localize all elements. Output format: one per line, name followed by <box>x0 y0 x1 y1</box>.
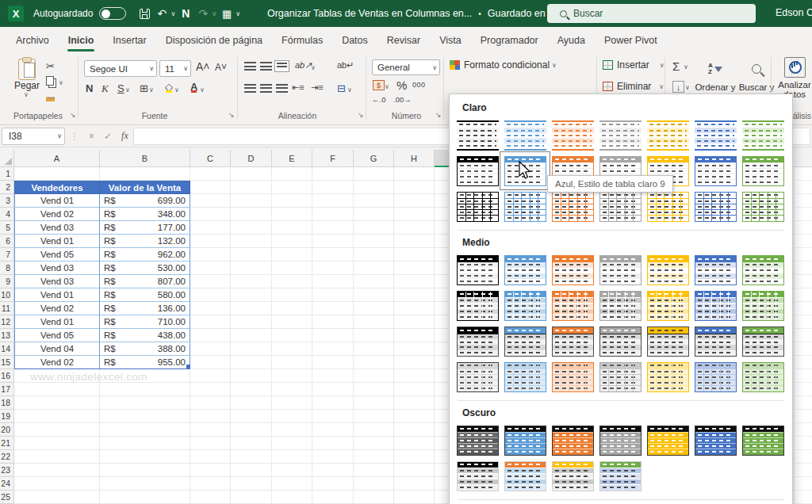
cell[interactable] <box>190 208 231 221</box>
cell[interactable] <box>312 275 354 288</box>
col-header-B[interactable]: B <box>100 150 190 167</box>
increase-indent-icon[interactable]: ⇥≡ <box>311 82 324 93</box>
cell[interactable] <box>394 194 435 208</box>
table-style-cell[interactable] <box>644 252 691 288</box>
autosum-chevron-icon[interactable]: ∨ <box>684 63 688 71</box>
cell[interactable] <box>272 477 312 491</box>
cell[interactable] <box>272 194 312 208</box>
table-style-cell[interactable] <box>549 323 596 359</box>
wrap-text-icon[interactable]: ab↵ <box>337 60 354 71</box>
row-header-11[interactable]: 11 <box>0 302 14 315</box>
table-style-thumbnail-m2:b1[interactable] <box>504 291 546 321</box>
orientation-chevron-icon[interactable]: ∨ <box>311 64 316 71</box>
comma-style-icon[interactable]: 000 <box>412 81 426 89</box>
table-style-cell[interactable] <box>501 288 549 323</box>
decrease-indent-icon[interactable]: ⇤≡ <box>292 82 304 93</box>
cell[interactable] <box>312 302 354 315</box>
cell[interactable] <box>354 167 394 181</box>
table-style-cell[interactable] <box>596 252 644 288</box>
font-color-icon[interactable]: A <box>190 81 197 93</box>
cell[interactable] <box>14 410 100 423</box>
row-header-1[interactable]: 1 <box>0 167 14 181</box>
cell[interactable] <box>394 235 435 248</box>
cell[interactable] <box>190 450 231 464</box>
cell[interactable] <box>100 477 190 491</box>
table-style-thumbnail-d1:y[interactable] <box>647 426 689 456</box>
tab-programador[interactable]: Programador <box>471 27 548 54</box>
cell[interactable] <box>354 437 394 450</box>
fill-color-chevron-icon[interactable]: ∨ <box>174 86 179 94</box>
table-style-cell[interactable] <box>691 422 739 458</box>
bold-button[interactable]: N <box>86 82 93 94</box>
cell[interactable] <box>190 342 231 356</box>
table-style-thumbnail-d1:o[interactable] <box>552 426 594 456</box>
table-style-thumbnail-l3:b1[interactable] <box>504 192 546 222</box>
row-header-4[interactable]: 4 <box>0 208 14 221</box>
table-style-cell[interactable] <box>644 323 691 359</box>
col-header-A[interactable]: A <box>14 150 100 167</box>
cell[interactable]: R$699.00 <box>100 194 190 208</box>
align-center-icon[interactable] <box>260 84 272 93</box>
table-style-thumbnail-l2:k[interactable] <box>457 156 499 186</box>
paste-button[interactable]: Pegar ∨ <box>10 59 44 98</box>
table-style-thumbnail-m3:o[interactable] <box>552 326 594 357</box>
tab-datos[interactable]: Datos <box>332 27 377 54</box>
table-style-cell[interactable] <box>739 252 787 288</box>
table-style-cell[interactable] <box>739 153 787 189</box>
table-style-cell[interactable] <box>739 288 787 323</box>
table-style-thumbnail-l2:b2[interactable] <box>695 156 737 186</box>
cell[interactable] <box>354 262 394 275</box>
cell[interactable] <box>231 194 272 208</box>
qat-dropdown-icon[interactable]: ∨ <box>236 10 240 17</box>
cell[interactable] <box>435 181 450 194</box>
table-style-thumbnail-d2:o-b1[interactable] <box>504 461 546 491</box>
cell[interactable] <box>272 410 312 423</box>
cell[interactable] <box>190 221 231 235</box>
table-style-thumbnail-m2:gr[interactable] <box>742 291 784 321</box>
col-header-H[interactable]: H <box>394 150 435 167</box>
cell[interactable] <box>435 167 450 181</box>
cell[interactable] <box>312 356 354 369</box>
cell[interactable] <box>435 329 450 342</box>
cell[interactable] <box>190 410 231 423</box>
orientation-icon[interactable]: ab↗ <box>295 60 312 71</box>
table-style-cell[interactable] <box>549 252 596 288</box>
cell[interactable] <box>190 181 231 194</box>
cell[interactable] <box>435 275 450 288</box>
table-style-cell[interactable] <box>596 117 644 153</box>
table-style-thumbnail-l1:g[interactable] <box>599 120 642 151</box>
cell[interactable]: R$807.00 <box>100 275 190 288</box>
row-header-23[interactable]: 23 <box>0 464 14 477</box>
bold-qat-button[interactable]: N <box>178 5 193 22</box>
cell[interactable] <box>231 464 272 477</box>
cell[interactable] <box>231 437 272 450</box>
cell[interactable] <box>354 248 394 262</box>
cell[interactable]: Vend 02 <box>14 208 100 221</box>
cell[interactable] <box>435 477 450 491</box>
col-header-C[interactable]: C <box>190 150 231 167</box>
table-style-cell[interactable] <box>644 359 691 395</box>
cell[interactable] <box>231 369 272 383</box>
accounting-chevron-icon[interactable]: ∨ <box>385 83 389 90</box>
font-dialog-launcher-icon[interactable]: ↘ <box>228 111 235 119</box>
cell[interactable] <box>312 450 354 464</box>
row-header-22[interactable]: 22 <box>0 450 14 464</box>
cell[interactable] <box>435 342 450 356</box>
cell[interactable] <box>190 383 231 396</box>
cell[interactable]: Vend 03 <box>14 275 100 288</box>
cell[interactable] <box>394 315 435 329</box>
table-style-cell[interactable] <box>501 458 549 494</box>
cell[interactable] <box>394 288 435 302</box>
cell[interactable] <box>190 288 231 302</box>
cell[interactable] <box>272 491 312 504</box>
table-style-thumbnail-m1:y[interactable] <box>647 255 689 285</box>
cell[interactable] <box>14 464 100 477</box>
row-header-18[interactable]: 18 <box>0 396 14 410</box>
col-header-G[interactable]: G <box>354 150 394 167</box>
col-header-I-partial[interactable] <box>435 150 450 167</box>
row-header-2[interactable]: 2 <box>0 181 14 194</box>
table-style-thumbnail-l3:o[interactable] <box>552 192 594 222</box>
cell[interactable]: R$710.00 <box>100 315 190 329</box>
name-box-splitter[interactable]: ⋮ <box>65 131 84 142</box>
table-style-cell[interactable] <box>739 117 787 153</box>
